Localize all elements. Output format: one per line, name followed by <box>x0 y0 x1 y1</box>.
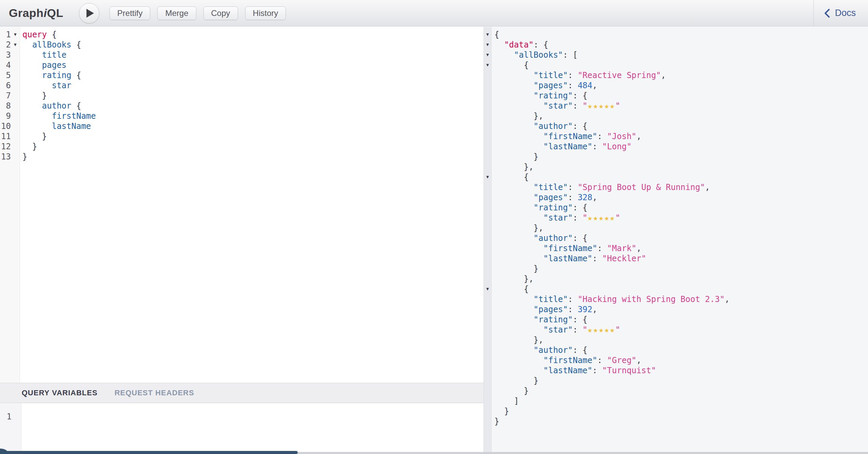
token-str: "Long" <box>602 142 632 151</box>
token-punc: : <box>568 71 578 80</box>
token-punc: { <box>72 101 81 111</box>
code-line: "pages": 328, <box>492 192 597 203</box>
prettify-button[interactable]: Prettify <box>110 6 151 20</box>
fold-gutter-spacer <box>484 80 492 91</box>
fold-gutter-spacer <box>484 182 492 192</box>
response-line: }, <box>484 274 868 284</box>
response-line: } <box>484 386 868 396</box>
toolbar: GraphiQL Prettify Merge Copy History Doc… <box>0 0 868 26</box>
token-punc: : <box>573 213 583 223</box>
code-line: "pages": 484, <box>492 80 597 91</box>
logo-part-graph: Graph <box>9 6 44 19</box>
code-line: "pages": 392, <box>492 304 597 315</box>
response-line: "lastName": "Turnquist" <box>484 365 868 376</box>
fold-gutter-spacer <box>484 335 492 345</box>
token-str: " <box>583 213 587 223</box>
copy-button[interactable]: Copy <box>203 6 238 20</box>
token-punc: , <box>592 305 597 314</box>
fold-gutter-spacer <box>11 131 20 141</box>
query-variables-editor[interactable]: 1 <box>0 403 484 452</box>
code-line: { <box>492 30 499 40</box>
token-key: "title" <box>534 295 568 304</box>
merge-button[interactable]: Merge <box>157 6 196 20</box>
query-editor[interactable]: 1▼query {2▼ allBooks {3 title4 pages5 ra… <box>0 27 484 383</box>
code-line: }, <box>492 335 544 345</box>
play-icon <box>86 9 94 18</box>
response-lines: ▼{▼ "data": {▼ "allBooks": [▼ { "title":… <box>484 27 868 427</box>
line-number: 12 <box>0 141 11 152</box>
line-number: 10 <box>0 121 11 131</box>
token-punc: , <box>705 183 710 192</box>
query-editor-line: 7 } <box>0 91 484 101</box>
token-key: "lastName" <box>544 142 593 151</box>
query-editor-line: 5 rating { <box>0 70 484 80</box>
response-line: } <box>484 376 868 386</box>
token-kw: query <box>22 30 47 39</box>
docs-button[interactable]: Docs <box>813 0 868 26</box>
horizontal-scrollbar-thumb[interactable] <box>0 451 298 454</box>
execute-query-button[interactable] <box>79 3 99 23</box>
token-punc: } <box>494 417 499 426</box>
code-line: } <box>20 141 37 152</box>
tab-request-headers[interactable]: REQUEST HEADERS <box>115 389 194 397</box>
token-str: "Mark" <box>607 244 636 253</box>
token-punc: : <box>592 254 602 263</box>
token-key: "lastName" <box>544 366 593 375</box>
token-punc: : <box>568 295 578 304</box>
fold-arrow-icon[interactable]: ▼ <box>11 40 20 50</box>
token-punc: { <box>524 60 529 70</box>
token-key: "star" <box>544 325 573 335</box>
token-prop: lastName <box>52 121 91 131</box>
code-line: "firstName": "Josh", <box>492 131 642 141</box>
token-key: "star" <box>544 101 573 111</box>
code-line: author { <box>20 101 81 111</box>
query-editor-line: 8 author { <box>0 101 484 111</box>
response-viewer[interactable]: ▼{▼ "data": {▼ "allBooks": [▼ { "title":… <box>484 27 868 452</box>
fold-arrow-icon[interactable]: ▼ <box>11 30 20 40</box>
fold-arrow-icon[interactable]: ▼ <box>484 284 492 294</box>
code-line: ] <box>492 396 519 406</box>
token-prop: pages <box>42 60 66 70</box>
tab-query-variables[interactable]: QUERY VARIABLES <box>22 389 98 397</box>
token-punc: : { <box>573 233 587 243</box>
fold-gutter-spacer <box>484 345 492 355</box>
response-line: ▼ "data": { <box>484 40 868 50</box>
variables-editor-gutter <box>0 403 21 452</box>
history-button[interactable]: History <box>245 6 286 20</box>
token-punc: : { <box>573 91 587 100</box>
fold-arrow-icon[interactable]: ▼ <box>484 30 492 40</box>
variables-tab-bar: QUERY VARIABLES REQUEST HEADERS <box>0 383 484 403</box>
response-line: "firstName": "Josh", <box>484 131 868 141</box>
fold-arrow-icon[interactable]: ▼ <box>484 40 492 50</box>
response-line: "star": "★★★★★" <box>484 325 868 335</box>
token-punc: }, <box>524 162 534 172</box>
fold-arrow-icon[interactable]: ▼ <box>484 60 492 70</box>
token-punc: { <box>72 40 81 50</box>
fold-gutter-spacer <box>484 416 492 427</box>
token-punc: : <box>573 101 583 111</box>
code-line: } <box>20 131 47 141</box>
fold-arrow-icon[interactable]: ▼ <box>484 172 492 182</box>
response-line: "pages": 484, <box>484 80 868 91</box>
line-number: 8 <box>0 101 11 111</box>
token-str: "Spring Boot Up & Running" <box>578 183 705 192</box>
line-number: 13 <box>0 152 11 162</box>
token-punc: , <box>592 193 597 202</box>
code-line: "author": { <box>492 233 588 243</box>
token-punc: : { <box>573 345 587 355</box>
response-line: "title": "Reactive Spring", <box>484 70 868 80</box>
fold-arrow-icon[interactable]: ▼ <box>484 50 492 60</box>
token-punc: : { <box>573 315 587 324</box>
token-punc: , <box>636 132 641 141</box>
response-line: "title": "Spring Boot Up & Running", <box>484 182 868 192</box>
fold-gutter-spacer <box>11 111 20 121</box>
code-line: "rating": { <box>492 315 588 325</box>
token-punc: , <box>592 81 597 90</box>
token-punc: , <box>636 356 641 365</box>
fold-gutter-spacer <box>484 355 492 365</box>
response-line: "firstName": "Mark", <box>484 243 868 253</box>
fold-gutter-spacer <box>484 121 492 131</box>
token-prop: author <box>42 101 72 111</box>
code-line: title <box>20 50 66 60</box>
fold-gutter-spacer <box>484 386 492 396</box>
